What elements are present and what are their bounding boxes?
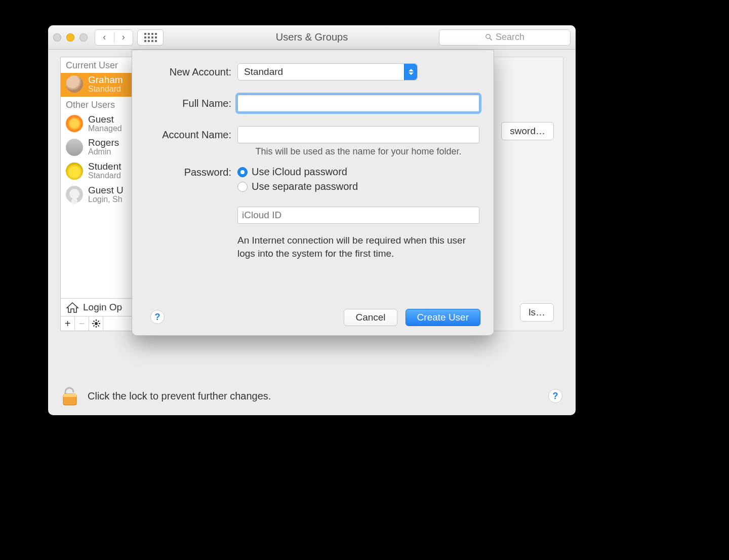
svg-point-2 <box>95 322 98 325</box>
account-name-field[interactable] <box>237 126 479 143</box>
search-placeholder: Search <box>496 32 524 43</box>
radio-icon <box>237 182 248 192</box>
login-options-label: Login Op <box>83 302 122 313</box>
help-button[interactable]: ? <box>548 389 562 403</box>
new-account-sheet: New Account: Standard Full Name: Account… <box>132 50 494 336</box>
lock-hint-text: Click the lock to prevent further change… <box>88 390 271 402</box>
nav-back-forward: ‹ › <box>95 29 133 46</box>
unlocked-padlock-icon[interactable] <box>61 386 78 406</box>
user-name: Guest <box>88 114 122 125</box>
radio-label: Use iCloud password <box>252 166 347 178</box>
avatar-icon <box>66 163 83 180</box>
minimize-window-button[interactable] <box>66 33 74 42</box>
obscured-button-bottom[interactable]: ls… <box>520 303 554 322</box>
svg-line-7 <box>93 321 94 322</box>
show-all-prefs-button[interactable] <box>137 29 164 46</box>
chevron-left-icon: ‹ <box>103 32 106 43</box>
account-type-select[interactable]: Standard <box>237 63 418 81</box>
user-actions-menu-button[interactable] <box>89 316 103 331</box>
user-role: Standard <box>88 85 123 94</box>
add-user-button[interactable]: + <box>61 316 75 331</box>
search-field[interactable]: Search <box>439 29 571 46</box>
back-button[interactable]: ‹ <box>95 32 114 43</box>
avatar-icon <box>66 75 83 93</box>
titlebar: ‹ › Users & Groups Search <box>48 25 576 50</box>
remove-user-button: − <box>75 316 89 331</box>
user-role: Login, Sh <box>88 195 124 204</box>
svg-line-9 <box>98 321 99 322</box>
search-icon <box>485 33 493 41</box>
lock-footer: Click the lock to prevent further change… <box>48 377 576 415</box>
user-name: Rogers <box>88 138 119 148</box>
grid-icon <box>144 33 157 42</box>
avatar-icon <box>66 115 83 132</box>
password-label: Password: <box>132 166 237 178</box>
full-name-label: Full Name: <box>132 98 237 109</box>
avatar-icon <box>66 186 83 203</box>
forward-button[interactable]: › <box>114 32 133 43</box>
window-controls <box>53 33 88 42</box>
account-name-hint: This will be used as the name for your h… <box>239 146 477 157</box>
sheet-help-button[interactable]: ? <box>150 310 165 324</box>
zoom-window-button[interactable] <box>79 33 88 42</box>
icloud-id-field[interactable] <box>237 207 479 224</box>
avatar-icon <box>66 139 83 156</box>
new-account-label: New Account: <box>132 66 237 78</box>
account-name-label: Account Name: <box>132 129 237 141</box>
chevron-right-icon: › <box>122 32 125 43</box>
svg-line-1 <box>490 38 492 40</box>
account-type-value: Standard <box>244 66 283 77</box>
svg-rect-12 <box>63 394 76 397</box>
svg-line-10 <box>93 326 94 327</box>
password-icloud-radio[interactable]: Use iCloud password <box>237 166 479 178</box>
user-role: Admin <box>88 148 119 156</box>
svg-line-8 <box>98 326 99 327</box>
user-name: Student <box>88 162 122 172</box>
select-stepper-icon <box>404 64 417 80</box>
radio-label: Use separate password <box>252 181 358 192</box>
user-name: Guest U <box>88 185 124 195</box>
user-role: Standard <box>88 172 122 180</box>
user-name: Graham <box>88 75 123 85</box>
house-icon <box>66 302 79 313</box>
password-separate-radio[interactable]: Use separate password <box>237 181 479 192</box>
full-name-field[interactable] <box>237 95 479 112</box>
close-window-button[interactable] <box>53 33 61 42</box>
user-role: Managed <box>88 125 122 133</box>
radio-icon <box>237 167 248 177</box>
connection-note: An Internet connection will be required … <box>237 234 472 260</box>
gear-icon <box>92 319 100 328</box>
obscured-button-top[interactable]: sword… <box>501 122 554 140</box>
create-user-button[interactable]: Create User <box>406 309 480 326</box>
cancel-button[interactable]: Cancel <box>344 309 397 326</box>
